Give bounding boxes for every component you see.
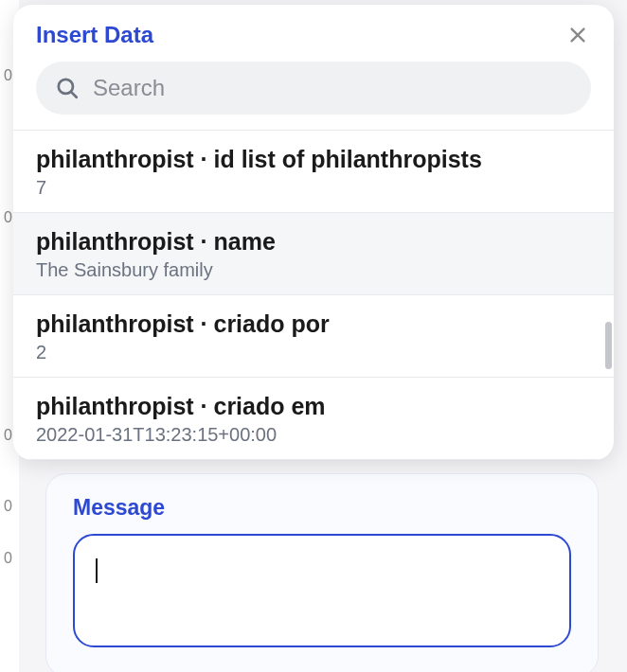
list-item-value: 7 — [36, 177, 591, 199]
list-item[interactable]: philanthropist · id list of philanthropi… — [13, 131, 614, 213]
list-item-title: philanthropist · id list of philanthropi… — [36, 146, 591, 173]
list-item[interactable]: philanthropist · criado em2022-01-31T13:… — [13, 378, 614, 460]
bg-cell: 0 — [4, 47, 12, 104]
bg-cell: 0 — [4, 407, 12, 464]
list-item-title: philanthropist · criado em — [36, 393, 591, 420]
message-panel: Message — [45, 473, 599, 672]
list-item[interactable]: philanthropist · nameThe Sainsbury famil… — [13, 213, 614, 295]
modal-header: Insert Data — [13, 5, 614, 62]
list-item[interactable]: philanthropist · criado por2 — [13, 295, 614, 378]
data-list: philanthropist · id list of philanthropi… — [13, 130, 614, 460]
search-input[interactable] — [93, 75, 572, 101]
list-item-title: philanthropist · name — [36, 228, 591, 256]
message-input[interactable] — [73, 534, 571, 647]
search-wrap — [13, 62, 614, 130]
list-item-value: 2022-01-31T13:23:15+00:00 — [36, 424, 591, 446]
close-button[interactable] — [564, 22, 591, 48]
bg-cell: 0 — [4, 478, 12, 535]
search-bar[interactable] — [36, 62, 591, 115]
modal-title: Insert Data — [36, 22, 153, 48]
bg-cell: 0 — [4, 189, 12, 246]
bg-cell: 0 — [4, 530, 12, 587]
scrollbar-thumb[interactable] — [605, 322, 612, 369]
list-item-value: The Sainsbury family — [36, 259, 591, 281]
insert-data-modal: Insert Data philanthropist · id list of … — [13, 5, 614, 460]
message-label: Message — [73, 495, 571, 521]
close-icon — [567, 25, 588, 45]
text-cursor — [96, 558, 98, 583]
search-icon — [55, 76, 80, 100]
list-item-title: philanthropist · criado por — [36, 310, 591, 338]
list-item-value: 2 — [36, 342, 591, 363]
